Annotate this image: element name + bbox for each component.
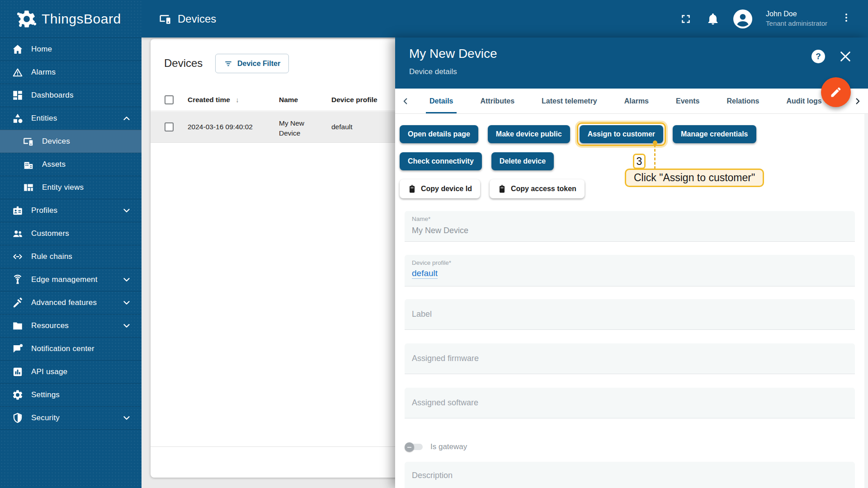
manage-credentials-button[interactable]: Manage credentials: [673, 125, 756, 143]
sidebar-item-profiles[interactable]: Profiles: [0, 199, 142, 222]
label-field[interactable]: [405, 299, 855, 330]
topbar: Devices John Doe Tenant administrator: [142, 0, 868, 38]
filter-button-label: Device Filter: [237, 60, 280, 68]
fullscreen-icon[interactable]: [679, 12, 693, 26]
cell-created-time: 2024-03-16 09:40:02: [188, 123, 253, 131]
annotation-connector-dot: [653, 141, 657, 145]
panel-content: Open details page Make device public Ass…: [395, 114, 868, 488]
thingsboard-gear-logo-icon: [16, 9, 37, 29]
tabs-scroll-left-icon[interactable]: [395, 89, 416, 113]
close-icon[interactable]: [838, 49, 853, 64]
sidebar-item-entity-views[interactable]: Entity views: [0, 176, 142, 199]
copy-access-token-button[interactable]: Copy access token: [490, 179, 585, 198]
edit-fab-button[interactable]: [821, 77, 851, 107]
open-details-page-button[interactable]: Open details page: [400, 125, 478, 143]
notification-center-icon: [12, 343, 24, 355]
edge-management-icon: [12, 274, 24, 286]
sidebar-item-label: Home: [31, 45, 52, 54]
tab-alarms[interactable]: Alarms: [611, 89, 662, 113]
description-input[interactable]: [412, 471, 817, 480]
is-gateway-label: Is gateway: [430, 442, 467, 451]
tab-attributes[interactable]: Attributes: [467, 89, 528, 113]
assign-to-customer-button[interactable]: Assign to customer: [580, 125, 663, 143]
sidebar-item-devices[interactable]: Devices: [0, 130, 142, 153]
annotation-connector-line: [654, 145, 656, 169]
notifications-bell-icon[interactable]: [706, 12, 720, 26]
clipboard-icon: [498, 185, 506, 193]
assigned-firmware-input[interactable]: [412, 343, 817, 374]
more-vert-icon[interactable]: [841, 12, 852, 26]
assigned-software-input[interactable]: [412, 388, 817, 418]
sidebar-item-entities[interactable]: Entities: [0, 107, 142, 130]
devices-page-icon: [159, 12, 172, 26]
assigned-software-field[interactable]: [405, 388, 855, 418]
device-profile-field-label: Device profile*: [412, 259, 451, 266]
name-field[interactable]: Name*: [405, 211, 855, 242]
sidebar-item-label: Devices: [42, 137, 70, 146]
select-all-checkbox[interactable]: [165, 95, 174, 104]
copy-device-id-button[interactable]: Copy device Id: [400, 179, 480, 198]
sidebar-item-assets[interactable]: Assets: [0, 153, 142, 176]
sidebar-item-security[interactable]: Security: [0, 406, 142, 429]
user-menu[interactable]: John Doe Tenant administrator: [766, 9, 827, 28]
label-input[interactable]: [412, 299, 817, 329]
tab-events[interactable]: Events: [662, 89, 713, 113]
entities-icon: [12, 113, 24, 124]
sidebar-item-home[interactable]: Home: [0, 38, 142, 61]
column-header-created-time[interactable]: Created time ↓: [188, 96, 239, 104]
delete-device-button[interactable]: Delete device: [491, 152, 554, 170]
profiles-icon: [12, 205, 24, 216]
api-usage-icon: [12, 366, 24, 378]
tab-latest-telemetry[interactable]: Latest telemetry: [528, 89, 611, 113]
sidebar-item-notification-center[interactable]: Notification center: [0, 337, 142, 360]
cell-name: My New Device: [279, 118, 322, 139]
device-profile-link[interactable]: default: [412, 268, 438, 279]
device-details-panel: My New Device Device details ? Details A…: [395, 38, 868, 488]
help-icon[interactable]: ?: [811, 50, 825, 63]
sidebar-item-customers[interactable]: Customers: [0, 222, 142, 245]
sidebar-item-settings[interactable]: Settings: [0, 383, 142, 406]
row-checkbox[interactable]: [165, 122, 174, 131]
user-avatar[interactable]: [733, 9, 752, 28]
annotation-step-badge: 3: [633, 154, 646, 169]
sidebar-item-rule-chains[interactable]: Rule chains: [0, 245, 142, 268]
sidebar-item-label: Assets: [42, 160, 66, 169]
app-logo[interactable]: ThingsBoard: [0, 0, 142, 38]
panel-subtitle: Device details: [409, 67, 457, 76]
check-connectivity-button[interactable]: Check connectivity: [400, 152, 482, 170]
sort-desc-icon: ↓: [236, 96, 239, 103]
name-input[interactable]: [412, 226, 817, 235]
sidebar: ThingsBoard Home Alarms Dashboards Entit…: [0, 0, 142, 488]
sidebar-item-label: Security: [31, 413, 60, 422]
sidebar-item-edge-management[interactable]: Edge management: [0, 268, 142, 291]
assets-icon: [23, 159, 34, 170]
tab-relations[interactable]: Relations: [713, 89, 773, 113]
chevron-down-icon: [122, 298, 132, 308]
sidebar-item-resources[interactable]: Resources: [0, 314, 142, 337]
sidebar-item-dashboards[interactable]: Dashboards: [0, 84, 142, 107]
assigned-firmware-field[interactable]: [405, 343, 855, 374]
device-profile-field[interactable]: Device profile* default: [405, 255, 855, 286]
panel-scrollbar[interactable]: [864, 114, 868, 488]
tab-details[interactable]: Details: [416, 89, 467, 113]
alarms-icon: [12, 66, 24, 78]
column-header-name[interactable]: Name: [279, 96, 298, 104]
make-device-public-button[interactable]: Make device public: [488, 125, 570, 143]
card-title: Devices: [164, 57, 203, 70]
sidebar-item-alarms[interactable]: Alarms: [0, 61, 142, 84]
sidebar-item-advanced-features[interactable]: Advanced features: [0, 291, 142, 314]
filter-icon: [224, 59, 233, 68]
chevron-down-icon: [122, 206, 132, 216]
entity-views-icon: [23, 182, 34, 193]
column-header-device-profile[interactable]: Device profile: [331, 96, 377, 104]
sidebar-item-label: Entity views: [42, 183, 84, 192]
description-field[interactable]: [405, 462, 855, 488]
cell-device-profile: default: [331, 123, 353, 131]
is-gateway-toggle[interactable]: [405, 442, 424, 451]
chevron-up-icon: [122, 113, 132, 123]
sidebar-item-label: Alarms: [31, 68, 56, 77]
dashboards-icon: [12, 89, 24, 101]
sidebar-item-api-usage[interactable]: API usage: [0, 360, 142, 383]
device-filter-button[interactable]: Device Filter: [215, 54, 289, 73]
panel-title: My New Device: [409, 47, 497, 61]
